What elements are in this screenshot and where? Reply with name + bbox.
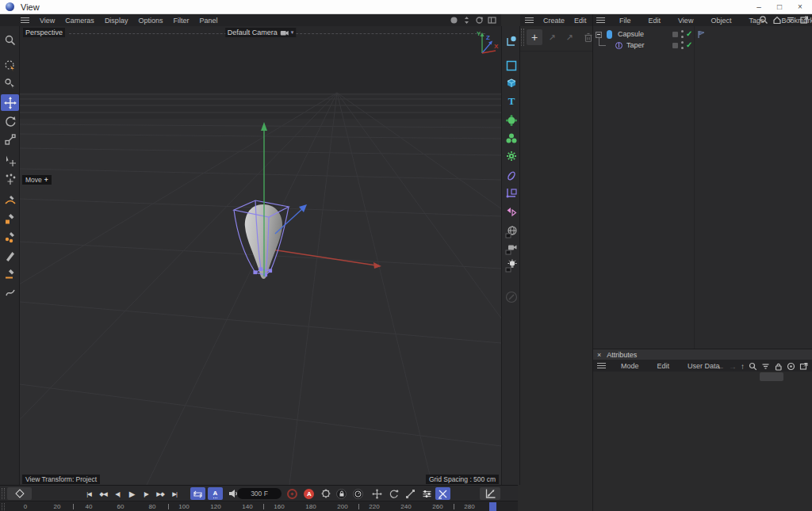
maximize-button[interactable]: □	[775, 2, 784, 11]
tweak-tool-button[interactable]	[1, 75, 19, 92]
spline-pen-tool-button[interactable]	[504, 33, 519, 49]
spline-smooth-button[interactable]	[1, 192, 19, 208]
attr-search-icon[interactable]	[749, 362, 757, 371]
menu-user-data[interactable]: User Data	[688, 362, 720, 370]
om-search-icon[interactable]	[759, 15, 768, 25]
phong-tag-icon[interactable]	[697, 30, 706, 39]
points-move-button[interactable]	[1, 170, 19, 187]
sketch-tool-button[interactable]	[1, 284, 19, 300]
om-new-window-icon[interactable]	[799, 15, 809, 25]
menu-file[interactable]: File	[619, 17, 631, 25]
live-selection-button[interactable]	[1, 57, 19, 74]
visibility-dots-toggle[interactable]	[681, 30, 684, 40]
object-name[interactable]: Capsule	[618, 30, 644, 38]
toggle-panels-icon[interactable]	[487, 15, 496, 25]
record-scale-toggle[interactable]	[403, 487, 417, 500]
pick-arrow-button[interactable]: ↗	[561, 29, 577, 45]
primitive-cube-button[interactable]	[504, 75, 519, 91]
menu-view[interactable]: View	[40, 17, 55, 25]
move-tool-button[interactable]	[1, 94, 19, 111]
close-button[interactable]: ×	[795, 2, 805, 11]
layer-toggle[interactable]	[672, 32, 678, 37]
keyframe-settings-button[interactable]	[319, 487, 332, 500]
loop-playback-button[interactable]	[190, 487, 205, 500]
om-home-icon[interactable]	[772, 15, 782, 25]
select-move-button[interactable]	[1, 152, 19, 169]
next-key-button[interactable]: ▶◆	[153, 487, 167, 500]
generator-gear-button[interactable]	[504, 148, 519, 164]
add-object-button[interactable]: +	[527, 29, 542, 45]
menu-object[interactable]: Object	[710, 17, 731, 25]
keyframe-presets-button[interactable]	[351, 487, 365, 500]
object-row-capsule[interactable]: Capsule ✓	[593, 29, 812, 40]
menu-mode[interactable]: Mode	[621, 362, 639, 370]
play-button[interactable]: ▶	[124, 487, 139, 500]
add-camera-button[interactable]	[504, 240, 519, 256]
environment-button[interactable]	[504, 223, 519, 239]
menu-cameras[interactable]: Cameras	[65, 17, 94, 25]
attributes-menu-icon[interactable]	[597, 363, 606, 368]
attr-filter-icon[interactable]	[761, 362, 770, 371]
viewport-menu-icon[interactable]	[21, 17, 29, 23]
object-row-taper[interactable]: Taper ✓	[593, 40, 812, 51]
zoom-view-icon[interactable]	[462, 15, 471, 25]
array-generator-button[interactable]	[504, 131, 519, 147]
record-pla-toggle[interactable]	[435, 487, 450, 500]
attr-target-icon[interactable]	[787, 362, 795, 371]
attributes-scroll-thumb[interactable]	[760, 372, 783, 381]
record-position-toggle[interactable]	[370, 487, 384, 500]
add-light-button[interactable]	[504, 257, 519, 273]
timeline-grip[interactable]	[2, 488, 5, 499]
keyframe-lock-button[interactable]	[335, 487, 348, 500]
previous-key-button[interactable]: ◆◀	[96, 487, 110, 500]
menu-filter[interactable]: Filter	[173, 17, 189, 25]
annotate-pencil-button[interactable]	[504, 289, 519, 305]
record-rotation-toggle[interactable]	[386, 487, 400, 500]
record-parameter-toggle[interactable]	[419, 487, 434, 500]
spline-primitive-button[interactable]	[504, 58, 519, 74]
goto-end-button[interactable]: ▶|	[167, 487, 182, 500]
menu-create[interactable]: Create	[543, 17, 565, 25]
pen-line-button[interactable]	[1, 265, 19, 282]
visibility-dots-toggle[interactable]	[681, 41, 684, 51]
spline-square-button[interactable]	[1, 210, 19, 227]
menu-edit-attr[interactable]: Edit	[657, 362, 670, 370]
create-menu-icon[interactable]	[525, 17, 534, 23]
record-keyframe-button[interactable]	[285, 487, 299, 500]
attributes-close-icon[interactable]: ×	[597, 351, 601, 359]
parent-up-icon[interactable]: ↑	[741, 362, 745, 371]
symmetry-button[interactable]	[504, 204, 519, 219]
scale-tool-button[interactable]	[1, 131, 19, 147]
menu-view-om[interactable]: View	[678, 17, 693, 25]
previous-frame-button[interactable]: ◀|	[110, 487, 124, 500]
autokey-button[interactable]: A	[302, 487, 316, 500]
play-mode-button[interactable]: A	[208, 487, 223, 500]
menu-edit[interactable]: Edit	[574, 17, 587, 25]
ruler-grip[interactable]	[2, 503, 5, 510]
deformer-button[interactable]	[504, 168, 519, 184]
keyframe-diamond-button[interactable]	[7, 487, 32, 500]
object-name[interactable]: Taper	[626, 41, 645, 49]
subdivision-surface-button[interactable]	[504, 112, 519, 128]
next-frame-button[interactable]: |▶	[139, 487, 153, 500]
camera-label[interactable]: Default Camera ▾	[225, 28, 297, 37]
minimize-button[interactable]: –	[754, 2, 764, 11]
object-manager-menu-icon[interactable]	[596, 17, 605, 23]
zoom-tool-button[interactable]	[1, 32, 19, 48]
collapse-expander-icon[interactable]	[596, 32, 602, 38]
open-timeline-button[interactable]	[480, 487, 500, 500]
timeline-ruler[interactable]: 0 20 40 60 80 100 120 140 160 180 200 22…	[0, 501, 518, 511]
enable-check-icon[interactable]: ✓	[686, 29, 692, 38]
toolbar-grip[interactable]	[521, 29, 524, 46]
enable-check-icon[interactable]: ✓	[686, 40, 692, 49]
history-back-icon[interactable]: ←	[717, 362, 725, 371]
om-filter-icon[interactable]	[786, 15, 795, 25]
brush-tool-button[interactable]	[1, 247, 19, 264]
rotate-view-icon[interactable]	[474, 15, 484, 25]
attr-new-window-icon[interactable]	[799, 362, 808, 371]
menu-display[interactable]: Display	[105, 17, 128, 25]
attr-lock-icon[interactable]	[774, 362, 783, 371]
instance-axis-button[interactable]	[504, 185, 519, 200]
pan-view-icon[interactable]	[449, 15, 458, 25]
menu-panel[interactable]: Panel	[199, 17, 217, 25]
